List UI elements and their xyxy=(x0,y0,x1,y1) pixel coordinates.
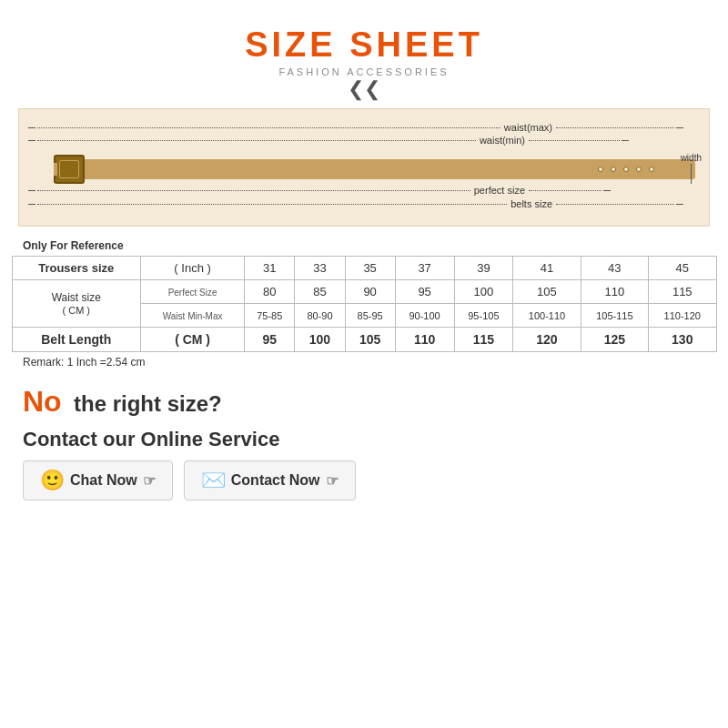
belt-holes xyxy=(598,167,654,172)
no-label: No xyxy=(23,385,62,418)
belt-length-label: Belt Length xyxy=(12,328,140,352)
right-size-text: the right size? xyxy=(74,391,222,416)
trousers-size-unit: ( Inch ) xyxy=(140,257,244,280)
waist-minmax-sublabel: Waist Min-Max xyxy=(140,304,244,328)
col-33: 33 xyxy=(295,257,345,280)
size-table: Trousers size ( Inch ) 31 33 35 37 39 41… xyxy=(12,256,717,352)
table-header-row: Trousers size ( Inch ) 31 33 35 37 39 41… xyxy=(12,257,716,280)
col-35: 35 xyxy=(345,257,395,280)
chat-icon: 🙂 xyxy=(40,469,65,492)
contact-now-label: Contact Now xyxy=(231,472,320,489)
contact-now-button[interactable]: ✉️ Contact Now ☞ xyxy=(184,460,356,500)
belt-length-row: Belt Length ( CM ) 95 100 105 110 115 12… xyxy=(12,328,716,352)
trousers-size-label: Trousers size xyxy=(12,257,140,280)
col-41: 41 xyxy=(513,257,581,280)
col-39: 39 xyxy=(454,257,513,280)
col-31: 31 xyxy=(245,257,295,280)
chat-now-button[interactable]: 🙂 Chat Now ☞ xyxy=(23,460,173,500)
col-45: 45 xyxy=(649,257,716,280)
page-title: SIZE SHEET xyxy=(245,25,483,65)
perfect-size-sublabel: Perfect Size xyxy=(140,280,244,304)
col-43: 43 xyxy=(581,257,648,280)
waist-max-label: waist(max) xyxy=(504,122,552,133)
mail-icon: ✉️ xyxy=(201,469,226,492)
only-ref-label: Only For Reference xyxy=(23,239,124,252)
hand-icon-contact: ☞ xyxy=(326,472,339,490)
bottom-section: No the right size? Contact our Online Se… xyxy=(23,385,356,500)
col-37: 37 xyxy=(395,257,454,280)
belt-diagram: waist(max) waist(min) width xyxy=(18,108,710,227)
perfect-size-label: perfect size xyxy=(474,185,525,196)
width-label: width xyxy=(681,153,702,163)
waist-min-label: waist(min) xyxy=(480,135,525,146)
no-right-size-text: No the right size? xyxy=(23,385,356,419)
chevron-icon: ❮❮ xyxy=(348,79,380,99)
belts-size-label: belts size xyxy=(511,198,552,209)
belt-length-unit: ( CM ) xyxy=(140,328,244,352)
hand-icon-chat: ☞ xyxy=(143,472,156,490)
service-buttons: 🙂 Chat Now ☞ ✉️ Contact Now ☞ xyxy=(23,460,356,500)
remark-text: Remark: 1 Inch =2.54 cm xyxy=(23,356,145,369)
waist-size-label: Waist size ( CM ) xyxy=(12,280,140,328)
waist-perfect-row: Waist size ( CM ) Perfect Size 80 85 90 … xyxy=(12,280,716,304)
belt-buckle xyxy=(54,155,85,184)
page-subtitle: FASHION ACCESSORIES xyxy=(278,66,449,77)
chat-now-label: Chat Now xyxy=(70,472,137,489)
contact-service-text: Contact our Online Service xyxy=(23,428,356,451)
